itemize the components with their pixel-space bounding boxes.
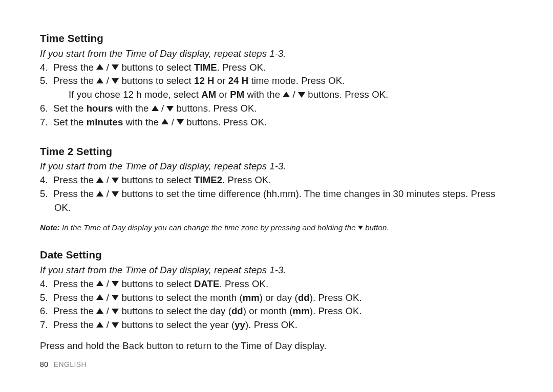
- step-number: 7.: [40, 319, 48, 330]
- down-triangle-icon: [112, 191, 119, 197]
- text: buttons to select: [119, 75, 194, 86]
- time-setting-heading: Time Setting: [40, 31, 513, 46]
- text: ). Press OK.: [245, 319, 297, 330]
- text: buttons to select: [119, 62, 194, 73]
- text: ) or month (: [243, 306, 293, 316]
- text: /: [103, 306, 112, 316]
- step-number: 6.: [40, 306, 48, 316]
- list-item: 5. Press the / buttons to select the mon…: [40, 291, 513, 305]
- down-triangle-icon: [358, 226, 363, 230]
- text: buttons to select the year (: [119, 319, 235, 330]
- up-triangle-icon: [96, 280, 103, 286]
- text: ). Press OK.: [310, 306, 362, 316]
- text: Set the: [53, 117, 87, 127]
- text-bold: DATE: [194, 278, 219, 289]
- text-bold: 24 H: [228, 75, 248, 86]
- text: /: [103, 75, 112, 86]
- text: /: [168, 117, 177, 127]
- text: If you chose 12 h mode, select: [69, 89, 201, 100]
- up-triangle-icon: [96, 177, 103, 183]
- step-number: 5.: [40, 292, 48, 303]
- text-bold: dd: [298, 292, 310, 303]
- sub-line: If you chose 12 h mode, select AM or PM …: [54, 88, 513, 102]
- text: . Press OK.: [219, 278, 268, 289]
- up-triangle-icon: [152, 105, 159, 111]
- time2-note: Note: In the Time of Day display you can…: [40, 222, 513, 233]
- text: buttons. Press OK.: [174, 103, 257, 114]
- text: Press the: [53, 319, 96, 330]
- note-label: Note:: [40, 223, 60, 232]
- time-setting-section: Time Setting If you start from the Time …: [40, 31, 513, 129]
- text: with the: [113, 103, 152, 114]
- text-bold: mm: [243, 292, 260, 303]
- text-bold: TIME: [194, 62, 217, 73]
- list-item: 6. Press the / buttons to select the day…: [40, 304, 513, 318]
- time2-setting-intro: If you start from the Time of Day displa…: [40, 160, 513, 173]
- text-bold: TIME2: [194, 175, 222, 185]
- text: or: [215, 75, 228, 86]
- step-number: 4.: [40, 278, 48, 289]
- text: Press the: [53, 292, 96, 303]
- text: with the: [123, 117, 161, 127]
- text: buttons to select: [119, 278, 194, 289]
- up-triangle-icon: [283, 92, 290, 97]
- text-bold: AM: [201, 89, 216, 100]
- text: /: [103, 188, 112, 199]
- text: /: [103, 292, 112, 303]
- down-triangle-icon: [298, 92, 305, 98]
- text: Press the: [53, 188, 96, 199]
- text: /: [159, 103, 167, 114]
- up-triangle-icon: [96, 78, 103, 83]
- list-item: 5. Press the / buttons to select 12 H or…: [40, 74, 513, 102]
- text-bold: dd: [231, 306, 243, 316]
- up-triangle-icon: [96, 308, 103, 314]
- text: . Press OK.: [222, 175, 271, 185]
- down-triangle-icon: [112, 64, 119, 70]
- step-number: 7.: [40, 117, 48, 127]
- down-triangle-icon: [112, 78, 119, 84]
- down-triangle-icon: [112, 309, 119, 314]
- text: buttons to set the time difference (hh.m…: [54, 188, 495, 213]
- text: Press the: [53, 175, 96, 185]
- up-triangle-icon: [96, 64, 103, 70]
- up-triangle-icon: [161, 119, 168, 124]
- text: /: [103, 175, 112, 185]
- text: buttons to select the day (: [119, 306, 231, 316]
- text: In the Time of Day display you can chang…: [60, 223, 358, 232]
- down-triangle-icon: [112, 322, 119, 328]
- text: buttons. Press OK.: [305, 89, 388, 100]
- time-setting-steps: 4. Press the / buttons to select TIME. P…: [40, 61, 513, 129]
- text: button.: [363, 223, 389, 232]
- down-triangle-icon: [166, 106, 174, 112]
- time-setting-intro: If you start from the Time of Day displa…: [40, 47, 513, 61]
- list-item: 6. Set the hours with the / buttons. Pre…: [40, 102, 513, 116]
- text: Press the: [53, 75, 96, 86]
- list-item: 4. Press the / buttons to select TIME2. …: [40, 173, 513, 187]
- text-bold: yy: [235, 319, 245, 330]
- text: with the: [244, 89, 283, 100]
- step-number: 5.: [40, 75, 48, 86]
- text: buttons to select the month (: [119, 292, 243, 303]
- up-triangle-icon: [96, 322, 103, 328]
- text-bold: minutes: [87, 117, 123, 127]
- text-bold: mm: [293, 306, 310, 316]
- text: Press the: [53, 306, 96, 316]
- text-bold: hours: [87, 103, 113, 114]
- time2-setting-heading: Time 2 Setting: [40, 144, 513, 159]
- text-bold: 12 H: [194, 75, 214, 86]
- text: Set the: [53, 103, 87, 114]
- up-triangle-icon: [96, 191, 103, 197]
- time2-setting-section: Time 2 Setting If you start from the Tim…: [40, 144, 513, 233]
- list-item: 7. Press the / buttons to select the yea…: [40, 318, 513, 332]
- text: ) or day (: [260, 292, 298, 303]
- step-number: 5.: [40, 188, 48, 199]
- text: or: [216, 89, 230, 100]
- page-footer: 80 ENGLISH: [40, 359, 87, 369]
- down-triangle-icon: [112, 295, 119, 300]
- list-item: 7. Set the minutes with the / buttons. P…: [40, 116, 513, 129]
- list-item: 4. Press the / buttons to select DATE. P…: [40, 277, 513, 291]
- text: ). Press OK.: [310, 292, 362, 303]
- text: /: [103, 278, 112, 289]
- text: Press the: [53, 62, 96, 73]
- date-setting-steps: 4. Press the / buttons to select DATE. P…: [40, 277, 513, 332]
